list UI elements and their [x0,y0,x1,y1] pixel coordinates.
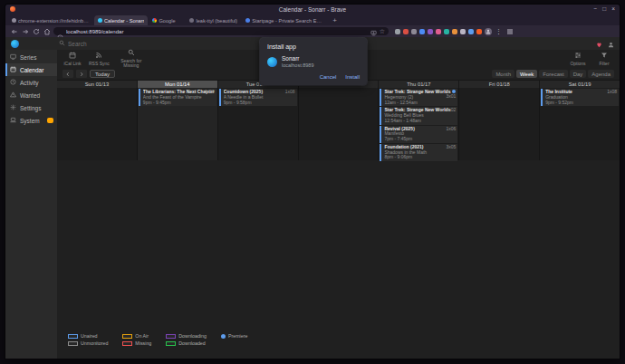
legend-label: On Air [135,333,149,339]
extension-icon[interactable] [444,29,449,34]
rss-icon [95,52,102,61]
search-for-missing-button[interactable]: Search for Missing [116,49,147,69]
previous-week-button[interactable] [62,70,73,78]
home-icon[interactable] [43,27,51,35]
new-tab-button[interactable]: + [330,15,340,25]
tab-title: Calendar - Sonarr [104,18,144,24]
sidebar-item-series[interactable]: Series [5,51,57,63]
ical-link-button[interactable]: iCal Link [62,49,82,69]
calendar-event[interactable]: 3x02Star Trek: Strange New WorldsWedding… [380,107,457,124]
sidebar-item-wanted[interactable]: Wanted [5,89,57,101]
laptop-icon [10,117,16,124]
cancel-button[interactable]: Cancel [320,74,337,80]
sidebar-item-label: Wanted [20,92,40,99]
view-button-month[interactable]: Month [492,70,514,78]
extension-icon[interactable] [460,29,466,34]
browser-menu-icon[interactable]: ⋮ [495,25,503,37]
next-week-button[interactable] [76,70,87,78]
legend-swatch [122,334,132,339]
event-indicators: 3x02 [446,108,456,112]
options-button[interactable]: Options [568,52,588,66]
extension-icon[interactable] [428,29,433,34]
event-indicators: 1x08 [607,90,617,94]
sonarr-logo[interactable] [11,40,19,48]
legend-swatch [166,341,176,346]
day-header: Mon 01/14 [138,80,218,88]
extension-icon[interactable] [403,29,409,34]
day-column: 1x08Countdown (2025)A Needle in a Bullet… [218,88,299,160]
legend-swatch [166,334,176,339]
tab-title: leak-ttyl (beautiful) [196,18,237,24]
sidebar-item-system[interactable]: System [5,114,57,127]
sidebar-item-settings[interactable]: Settings [5,101,57,114]
tab-favicon [152,18,157,23]
extension-icon[interactable] [411,29,417,34]
profile-avatar[interactable] [485,28,492,35]
calendar-event[interactable]: 3x05Foundation (2021)Shadows in the Math… [380,144,457,161]
back-icon[interactable] [10,27,18,35]
browser-tab[interactable]: chrome-extension://mfehidnbk… [8,15,93,25]
view-buttons: MonthWeekForecastDayAgenda [492,70,614,78]
legend-item-unmonitored: Unmonitored [68,340,108,346]
today-button[interactable]: Today [90,70,115,78]
install-button[interactable]: Install [345,74,360,80]
extension-icon[interactable] [468,29,474,34]
calendar-event[interactable]: 1x08The InstituteGraduation9pm - 9:52pm [541,89,619,106]
calendar-event[interactable]: 3x01Star Trek: Strange New WorldsHegemon… [380,89,457,106]
event-time: 9pm - 9:45pm [143,101,215,106]
extension-icon[interactable] [419,29,425,34]
day-column [299,88,380,160]
tab-title: Google [159,18,175,24]
rss-sync-button[interactable]: RSS Sync [89,49,110,69]
extension-icon[interactable] [395,29,400,34]
sidebar-menu-icon[interactable] [505,27,514,35]
sidebar-item-calendar[interactable]: Calendar [5,63,57,76]
episode-number: 1x06 [446,127,456,131]
reload-icon[interactable] [32,27,40,35]
calendar-page: iCal LinkRSS SyncSearch for Missing Opti… [57,50,620,359]
minimize-button[interactable]: − [593,5,597,14]
day-header: Thu 01/17 [379,80,459,88]
extension-icon[interactable] [452,29,457,34]
url-text: localhost:8989/calendar [66,29,368,34]
sidebar-item-label: Series [20,54,36,61]
address-bar[interactable]: localhost:8989/calendar ☆ [53,27,389,35]
tab-favicon [98,18,102,23]
calendar-event[interactable]: 1x06Revival (2025)Manifesto7pm - 7:45pm [380,126,457,143]
calendar-event[interactable]: 1x09The Librarians: The Next ChapterAnd … [139,89,216,106]
legend-label: Unmonitored [81,340,108,346]
browser-tab[interactable]: Calendar - Sonarr [94,15,148,25]
day-header: Sat 01/19 [540,80,620,88]
episode-number: 1x09 [205,90,215,94]
day-header: Fri 01/18 [459,80,540,88]
tv-icon [10,53,16,61]
view-button-day[interactable]: Day [570,70,587,78]
browser-toolbar: localhost:8989/calendar ☆ ⋮ [5,25,620,37]
tab-favicon [12,18,16,23]
event-indicators: 1x06 [446,127,456,131]
site-info-icon[interactable] [57,28,63,34]
browser-tab[interactable]: Google [149,15,185,25]
maximize-button[interactable]: □ [602,5,606,14]
browser-tab[interactable]: leak-ttyl (beautiful) [186,15,241,25]
browser-tab[interactable]: Startpage - Private Search Eng… [242,15,327,25]
extension-icon[interactable] [436,29,441,34]
warning-icon [10,91,16,99]
view-button-forecast[interactable]: Forecast [539,70,567,78]
day-column [57,88,138,160]
sidebar-item-activity[interactable]: Activity [5,76,57,89]
view-button-week[interactable]: Week [516,70,537,78]
extension-icon[interactable] [476,29,482,34]
gear-icon [10,104,16,111]
close-button[interactable]: × [611,5,615,14]
filter-button[interactable]: Filter [594,52,614,66]
view-button-agenda[interactable]: Agenda [588,70,614,78]
search-label: Search [68,41,87,47]
window-titlebar: Calendar - Sonarr - Brave −□× [5,5,620,14]
calendar-icon [10,66,16,73]
search-input[interactable]: Search [59,40,87,47]
forward-icon[interactable] [21,27,29,35]
system-badge [47,118,53,123]
bookmark-star-icon[interactable]: ☆ [380,27,385,35]
calendar-event[interactable]: 1x08Countdown (2025)A Needle in a Bullet… [219,89,297,106]
